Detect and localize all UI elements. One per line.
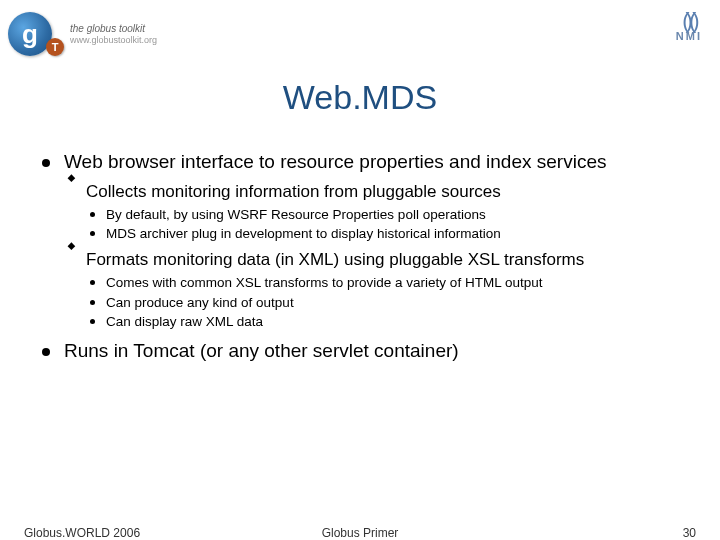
bullet-l3: Can produce any kind of output <box>86 294 690 312</box>
nmi-label: NMI <box>676 30 702 42</box>
globus-toolkit-text: the globus toolkit www.globustoolkit.org <box>70 23 157 46</box>
toolkit-line1: the globus toolkit <box>70 23 157 35</box>
globus-logo: g T the globus toolkit www.globustoolkit… <box>8 12 157 56</box>
nmi-icon: (​​)(​​) <box>676 14 702 28</box>
bullet-text: MDS archiver plug in development to disp… <box>106 226 501 241</box>
bullet-text: Web browser interface to resource proper… <box>64 151 606 172</box>
bullet-l1: Runs in Tomcat (or any other servlet con… <box>42 339 690 364</box>
bullet-text: Runs in Tomcat (or any other servlet con… <box>64 340 459 361</box>
bullet-text: Collects monitoring information from plu… <box>86 182 501 201</box>
bullet-l3: By default, by using WSRF Resource Prope… <box>86 206 690 224</box>
bullet-text: Comes with common XSL transforms to prov… <box>106 275 542 290</box>
bullet-l3: Comes with common XSL transforms to prov… <box>86 274 690 292</box>
bullet-l1: Web browser interface to resource proper… <box>42 150 690 331</box>
bullet-text: By default, by using WSRF Resource Prope… <box>106 207 486 222</box>
slide-body: Web browser interface to resource proper… <box>42 150 690 372</box>
footer-center: Globus Primer <box>0 526 720 540</box>
globus-logo-t: T <box>46 38 64 56</box>
bullet-l2: Collects monitoring information from plu… <box>64 181 690 244</box>
nmi-logo: (​​)(​​) NMI <box>676 14 702 42</box>
toolkit-line2: www.globustoolkit.org <box>70 35 157 46</box>
bullet-l3: Can display raw XML data <box>86 313 690 331</box>
bullet-text: Formats monitoring data (in XML) using p… <box>86 250 584 269</box>
footer-page-number: 30 <box>683 526 696 540</box>
bullet-l3: MDS archiver plug in development to disp… <box>86 225 690 243</box>
bullet-l2: Formats monitoring data (in XML) using p… <box>64 249 690 331</box>
bullet-text: Can produce any kind of output <box>106 295 294 310</box>
slide-title: Web.MDS <box>0 78 720 117</box>
bullet-text: Can display raw XML data <box>106 314 263 329</box>
